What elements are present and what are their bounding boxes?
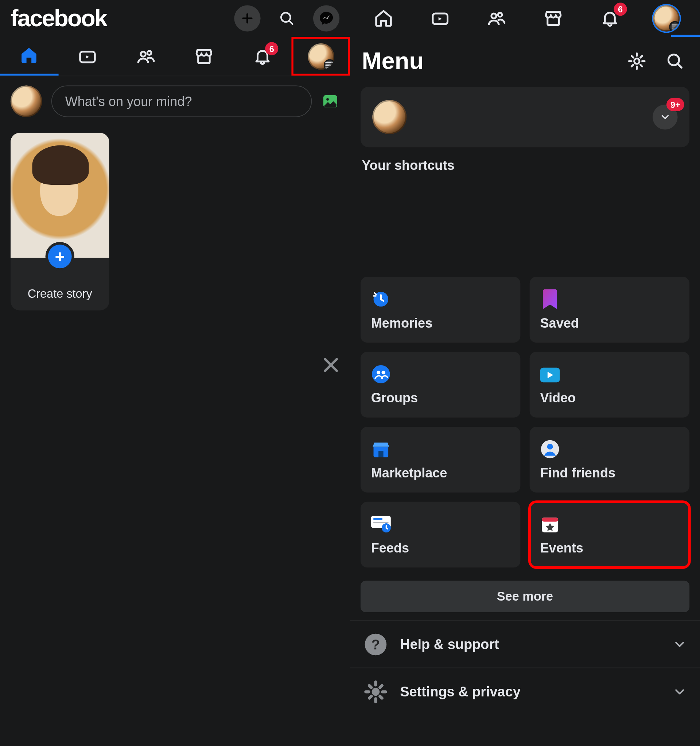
active-tab-indicator — [671, 35, 700, 37]
svg-point-5 — [326, 98, 329, 101]
tab-profile-menu[interactable] — [292, 37, 350, 75]
create-story-plus-icon: + — [45, 242, 74, 271]
tile-feeds[interactable]: Feeds — [361, 502, 520, 567]
profile-avatar — [372, 100, 406, 134]
dismiss-button[interactable] — [321, 355, 341, 375]
row-label: Settings & privacy — [400, 684, 661, 699]
tab-video[interactable] — [58, 37, 117, 75]
photo-icon — [321, 92, 340, 111]
nav-friends[interactable] — [483, 5, 510, 32]
settings-icon — [363, 679, 388, 704]
tile-label: Groups — [371, 390, 510, 406]
saved-icon — [540, 289, 560, 309]
feed-pane: facebook — [0, 0, 350, 744]
profile-badge: 9+ — [667, 98, 684, 111]
find-friends-icon — [540, 439, 560, 459]
tile-memories[interactable]: Memories — [361, 277, 520, 343]
left-topbar: facebook — [0, 0, 350, 37]
tile-label: Marketplace — [371, 465, 510, 481]
nav-profile-menu[interactable] — [653, 5, 680, 32]
svg-point-14 — [382, 370, 385, 374]
tile-video[interactable]: Video — [530, 352, 689, 417]
create-story-card[interactable]: + Create story — [11, 133, 109, 310]
composer-avatar[interactable] — [11, 86, 42, 117]
tab-marketplace[interactable] — [175, 37, 233, 75]
composer: What's on your mind? — [0, 76, 350, 126]
menu-header: Menu — [350, 37, 700, 82]
profile-expand-button[interactable]: 9+ — [653, 105, 678, 130]
notifications-badge: 6 — [265, 42, 278, 55]
tile-saved[interactable]: Saved — [530, 277, 689, 343]
chevron-down-icon — [672, 684, 687, 699]
profile-card[interactable]: 9+ — [361, 87, 689, 147]
groups-icon — [371, 364, 391, 384]
composer-input[interactable]: What's on your mind? — [51, 86, 312, 117]
tile-events[interactable]: Events — [530, 502, 689, 567]
svg-point-13 — [376, 370, 380, 374]
menu-title: Menu — [362, 47, 424, 75]
chevron-down-icon — [672, 637, 687, 651]
search-button[interactable] — [274, 5, 300, 32]
tile-marketplace[interactable]: Marketplace — [361, 427, 520, 492]
gear-icon — [627, 51, 647, 71]
menu-pane: 6 Menu 9+ Your shortcuts — [350, 0, 700, 744]
tile-label: Memories — [371, 315, 510, 331]
tab-home[interactable] — [0, 37, 58, 75]
video-icon — [430, 8, 450, 28]
story-avatar-image — [11, 133, 109, 258]
avatar — [308, 43, 334, 69]
feeds-icon — [371, 514, 391, 534]
search-icon — [665, 51, 685, 71]
notifications-badge: 6 — [614, 3, 627, 16]
create-button[interactable] — [234, 5, 260, 32]
nav-marketplace[interactable] — [540, 5, 566, 32]
friends-icon — [136, 46, 156, 66]
tile-label: Video — [540, 390, 679, 406]
svg-point-9 — [634, 59, 640, 64]
tile-find-friends[interactable]: Find friends — [530, 427, 689, 492]
shortcuts-heading: Your shortcuts — [350, 158, 700, 178]
row-help-support[interactable]: ? Help & support — [350, 620, 700, 668]
svg-text:?: ? — [372, 637, 380, 652]
svg-point-2 — [140, 51, 146, 57]
nav-video[interactable] — [427, 5, 453, 32]
svg-point-18 — [547, 444, 553, 449]
right-topbar: 6 — [350, 0, 700, 37]
home-icon — [374, 8, 393, 28]
stories-row: + Create story — [0, 126, 350, 317]
home-icon — [19, 45, 39, 65]
avatar — [653, 5, 680, 32]
messenger-button[interactable] — [313, 5, 339, 32]
menu-search-button[interactable] — [662, 48, 688, 74]
close-icon — [321, 355, 341, 375]
svg-point-7 — [491, 14, 497, 19]
row-label: Help & support — [400, 636, 661, 652]
tab-notifications[interactable]: 6 — [233, 37, 292, 75]
facebook-logo[interactable]: facebook — [11, 5, 107, 32]
left-tabnav: 6 — [0, 37, 350, 76]
svg-point-3 — [147, 51, 151, 55]
svg-point-12 — [372, 365, 390, 383]
nav-notifications[interactable]: 6 — [597, 5, 623, 32]
svg-rect-20 — [373, 518, 382, 520]
tab-friends[interactable] — [117, 37, 175, 75]
svg-rect-24 — [542, 517, 558, 521]
tile-label: Feeds — [371, 540, 510, 555]
tile-groups[interactable]: Groups — [361, 352, 520, 417]
tile-label: Find friends — [540, 465, 679, 481]
svg-rect-16 — [378, 450, 384, 457]
add-photo-button[interactable] — [321, 92, 340, 111]
friends-icon — [487, 8, 506, 28]
see-more-button[interactable]: See more — [361, 581, 689, 612]
shortcuts-empty-area — [350, 178, 700, 277]
tile-label: Saved — [540, 315, 679, 331]
video-icon — [78, 46, 97, 66]
memories-icon — [371, 289, 391, 309]
help-icon: ? — [363, 632, 388, 657]
marketplace-icon — [543, 8, 563, 28]
row-settings-privacy[interactable]: Settings & privacy — [350, 668, 700, 715]
plus-icon — [240, 11, 255, 26]
video-tile-icon — [540, 364, 560, 384]
menu-settings-button[interactable] — [624, 48, 650, 74]
nav-home[interactable] — [370, 5, 397, 32]
